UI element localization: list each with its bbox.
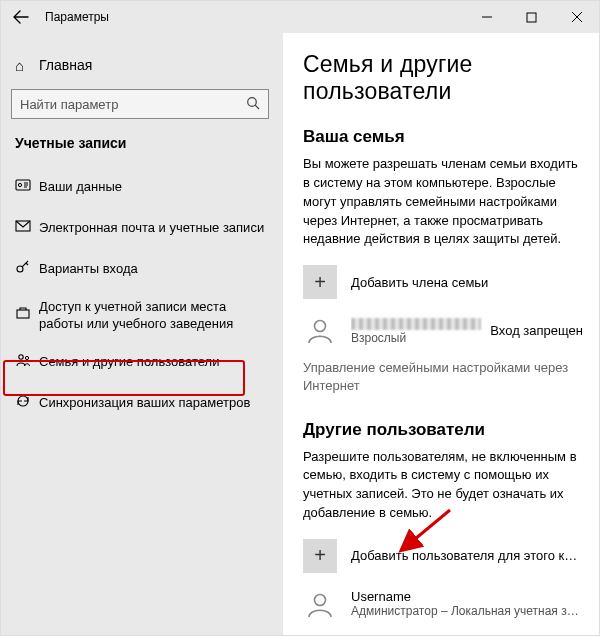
add-other-user-button[interactable]: + Добавить пользователя для этого компь.… bbox=[303, 539, 583, 573]
section-others-title: Другие пользователи bbox=[303, 420, 583, 440]
svg-rect-6 bbox=[17, 310, 29, 318]
search-icon bbox=[246, 96, 260, 113]
family-member-name bbox=[351, 316, 482, 331]
family-member-role: Взрослый bbox=[351, 331, 482, 345]
svg-point-10 bbox=[315, 594, 326, 605]
add-other-user-label: Добавить пользователя для этого компь... bbox=[351, 548, 583, 563]
add-family-label: Добавить члена семьи bbox=[351, 275, 488, 290]
sidebar-item-label: Семья и другие пользователи bbox=[39, 354, 269, 370]
page-title: Семья и другие пользователи bbox=[303, 51, 583, 105]
sidebar-item-family[interactable]: Семья и другие пользователи bbox=[1, 342, 283, 383]
titlebar: Параметры bbox=[1, 1, 599, 33]
back-arrow-icon bbox=[13, 9, 29, 25]
other-user-role: Администратор – Локальная учетная зап... bbox=[351, 604, 583, 618]
sidebar-group-title: Учетные записи bbox=[1, 135, 283, 155]
svg-point-8 bbox=[25, 356, 28, 359]
sidebar-item-your-info[interactable]: Ваши данные bbox=[1, 167, 283, 208]
svg-point-7 bbox=[19, 355, 23, 359]
user-data-icon bbox=[15, 177, 39, 198]
sidebar-item-label: Ваши данные bbox=[39, 179, 269, 195]
other-user-row[interactable]: Username Администратор – Локальная учетн… bbox=[303, 587, 583, 621]
family-manage-link[interactable]: Управление семейными настройками через И… bbox=[303, 359, 583, 395]
mail-icon bbox=[15, 218, 39, 239]
sidebar-item-email-accounts[interactable]: Электронная почта и учетные записи bbox=[1, 208, 283, 249]
section-family-description: Вы можете разрешать членам семьи входить… bbox=[303, 155, 583, 249]
sidebar-home-label: Главная bbox=[39, 57, 92, 73]
briefcase-icon bbox=[15, 305, 39, 326]
close-button[interactable] bbox=[554, 1, 599, 33]
svg-point-9 bbox=[315, 321, 326, 332]
minimize-button[interactable] bbox=[464, 1, 509, 33]
section-family-title: Ваша семья bbox=[303, 127, 583, 147]
family-member-status: Вход запрещен bbox=[482, 323, 583, 338]
section-others-description: Разрешите пользователям, не включенным в… bbox=[303, 448, 583, 523]
sidebar-item-label: Синхронизация ваших параметров bbox=[39, 395, 269, 411]
add-family-member-button[interactable]: + Добавить члена семьи bbox=[303, 265, 583, 299]
sync-icon bbox=[15, 393, 39, 414]
redacted-name bbox=[351, 318, 481, 330]
sidebar: ⌂ Главная Найти параметр Учетные записи … bbox=[1, 33, 283, 636]
search-input[interactable]: Найти параметр bbox=[11, 89, 269, 119]
sidebar-home[interactable]: ⌂ Главная bbox=[1, 51, 283, 79]
plus-icon: + bbox=[303, 539, 337, 573]
avatar-icon bbox=[303, 313, 337, 347]
sidebar-item-label: Электронная почта и учетные записи bbox=[39, 220, 269, 236]
back-button[interactable] bbox=[1, 1, 41, 33]
sidebar-item-signin-options[interactable]: Варианты входа bbox=[1, 249, 283, 290]
sidebar-item-work-access[interactable]: Доступ к учетной записи места работы или… bbox=[1, 289, 283, 342]
family-member-row[interactable]: Взрослый Вход запрещен bbox=[303, 313, 583, 347]
maximize-button[interactable] bbox=[509, 1, 554, 33]
key-icon bbox=[15, 259, 39, 280]
other-user-name: Username bbox=[351, 589, 583, 604]
svg-rect-0 bbox=[527, 13, 536, 22]
sidebar-item-label: Варианты входа bbox=[39, 261, 269, 277]
sidebar-item-sync[interactable]: Синхронизация ваших параметров bbox=[1, 383, 283, 424]
plus-icon: + bbox=[303, 265, 337, 299]
svg-point-1 bbox=[248, 97, 257, 106]
avatar-icon bbox=[303, 587, 337, 621]
window-title: Параметры bbox=[41, 10, 109, 24]
svg-point-5 bbox=[17, 266, 23, 272]
sidebar-item-label: Доступ к учетной записи места работы или… bbox=[39, 299, 269, 332]
home-icon: ⌂ bbox=[15, 57, 39, 74]
family-icon bbox=[15, 352, 39, 373]
search-placeholder: Найти параметр bbox=[20, 97, 246, 112]
svg-point-3 bbox=[18, 183, 21, 186]
main-panel: Семья и другие пользователи Ваша семья В… bbox=[283, 33, 599, 636]
